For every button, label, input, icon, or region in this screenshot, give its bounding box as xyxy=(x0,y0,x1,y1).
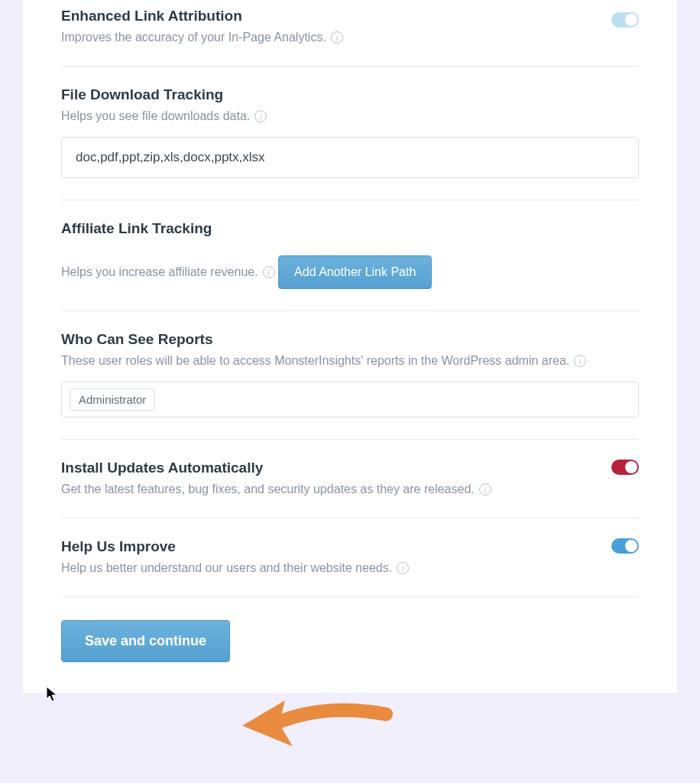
section-affiliate-link-tracking: Affiliate Link Tracking Helps you increa… xyxy=(61,200,639,310)
section-who-can-see-reports: Who Can See Reports These user roles wil… xyxy=(61,310,639,439)
file-extensions-input[interactable] xyxy=(61,137,639,178)
section-title: Install Updates Automatically xyxy=(61,460,639,476)
section-title: Help Us Improve xyxy=(61,538,639,555)
footer: Save and continue xyxy=(61,596,639,662)
info-icon[interactable]: i xyxy=(397,562,409,574)
toggle-install-updates[interactable] xyxy=(611,460,639,475)
info-icon[interactable]: i xyxy=(263,266,275,278)
role-tag-administrator[interactable]: Administrator xyxy=(70,388,155,411)
toggle-knob xyxy=(625,461,637,473)
svg-marker-0 xyxy=(242,700,293,746)
info-icon[interactable]: i xyxy=(331,31,343,44)
info-icon[interactable]: i xyxy=(479,483,491,495)
section-file-download-tracking: File Download Tracking Helps you see fil… xyxy=(61,66,639,200)
toggle-knob xyxy=(625,540,637,552)
section-desc: Helps you increase affiliate revenue. i xyxy=(61,265,275,279)
section-desc: Helps you see file downloads data. i xyxy=(61,109,267,123)
toggle-help-us-improve[interactable] xyxy=(611,538,639,554)
section-title: File Download Tracking xyxy=(61,86,639,103)
section-desc: Get the latest features, bug fixes, and … xyxy=(61,482,491,496)
section-help-us-improve: Help Us Improve Help us better understan… xyxy=(61,518,639,596)
annotation-arrow-icon xyxy=(241,691,394,760)
section-desc: These user roles will be able to access … xyxy=(61,354,586,368)
section-title: Who Can See Reports xyxy=(61,331,639,348)
section-install-updates: Install Updates Automatically Get the la… xyxy=(61,439,639,518)
section-desc: Help us better understand our users and … xyxy=(61,561,409,575)
section-enhanced-link-attribution: Enhanced Link Attribution Improves the a… xyxy=(61,0,639,66)
info-icon[interactable]: i xyxy=(574,355,586,367)
section-title: Enhanced Link Attribution xyxy=(61,8,639,24)
section-title: Affiliate Link Tracking xyxy=(61,220,639,237)
save-and-continue-button[interactable]: Save and continue xyxy=(61,620,230,662)
section-desc: Improves the accuracy of your In-Page An… xyxy=(61,31,343,44)
user-roles-field[interactable]: Administrator xyxy=(61,382,639,417)
add-link-path-button[interactable]: Add Another Link Path xyxy=(278,255,432,289)
settings-card: Enhanced Link Attribution Improves the a… xyxy=(23,0,677,693)
info-icon[interactable]: i xyxy=(254,110,267,122)
toggle-enhanced-link-attribution[interactable] xyxy=(611,12,639,28)
toggle-knob xyxy=(625,14,637,26)
